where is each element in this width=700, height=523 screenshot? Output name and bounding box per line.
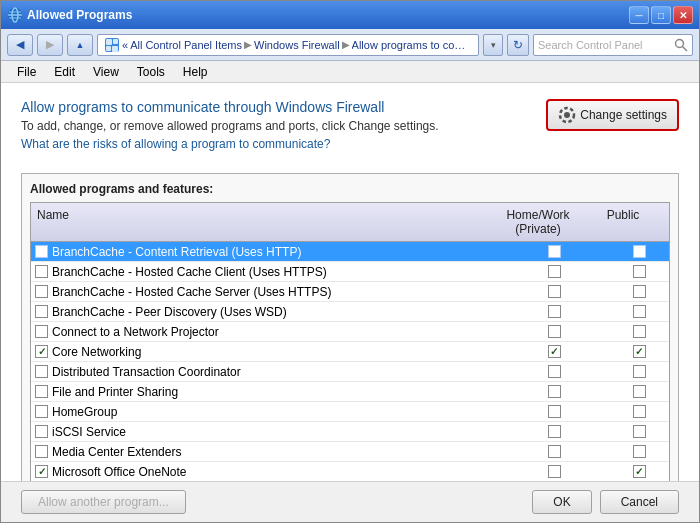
refresh-button[interactable]: ↻ <box>507 34 529 56</box>
private-checkbox[interactable] <box>548 265 561 278</box>
row-public-cell <box>609 325 669 338</box>
row-checkbox[interactable] <box>35 385 48 398</box>
public-checkbox[interactable] <box>633 425 646 438</box>
public-checkbox[interactable] <box>633 325 646 338</box>
row-public-cell <box>609 265 669 278</box>
row-checkbox[interactable] <box>35 465 48 478</box>
row-name-cell: File and Printer Sharing <box>31 384 499 400</box>
private-checkbox[interactable] <box>548 325 561 338</box>
row-private-cell <box>499 285 609 298</box>
row-checkbox[interactable] <box>35 365 48 378</box>
public-checkbox[interactable] <box>633 385 646 398</box>
row-checkbox[interactable] <box>35 285 48 298</box>
breadcrumb-all-control-panel[interactable]: All Control Panel Items <box>130 39 242 51</box>
row-checkbox[interactable] <box>35 265 48 278</box>
row-checkbox[interactable] <box>35 445 48 458</box>
forward-button[interactable]: ▶ <box>37 34 63 56</box>
table-row[interactable]: BranchCache - Peer Discovery (Uses WSD) <box>31 302 669 322</box>
control-panel-icon <box>104 37 120 53</box>
row-checkbox[interactable] <box>35 325 48 338</box>
private-checkbox[interactable] <box>548 405 561 418</box>
row-label: BranchCache - Hosted Cache Server (Uses … <box>52 285 331 299</box>
table-row[interactable]: File and Printer Sharing <box>31 382 669 402</box>
table-row[interactable]: Connect to a Network Projector <box>31 322 669 342</box>
menu-tools[interactable]: Tools <box>129 63 173 81</box>
ok-button[interactable]: OK <box>532 490 591 514</box>
table-row[interactable]: iSCSI Service <box>31 422 669 442</box>
public-checkbox[interactable] <box>633 465 646 478</box>
minimize-button[interactable]: ─ <box>629 6 649 24</box>
public-checkbox[interactable] <box>633 305 646 318</box>
public-checkbox[interactable] <box>633 445 646 458</box>
title-bar-title: Allowed Programs <box>27 8 132 22</box>
public-checkbox[interactable] <box>633 365 646 378</box>
table-row[interactable]: Distributed Transaction Coordinator <box>31 362 669 382</box>
close-button[interactable]: ✕ <box>673 6 693 24</box>
table-row[interactable]: BranchCache - Hosted Cache Client (Uses … <box>31 262 669 282</box>
private-checkbox[interactable] <box>548 385 561 398</box>
row-label: Microsoft Office OneNote <box>52 465 187 479</box>
address-dropdown-button[interactable]: ▾ <box>483 34 503 56</box>
ok-cancel-group: OK Cancel <box>532 490 679 514</box>
table-row[interactable]: BranchCache - Hosted Cache Server (Uses … <box>31 282 669 302</box>
private-checkbox[interactable] <box>548 245 561 258</box>
maximize-button[interactable]: □ <box>651 6 671 24</box>
table-body[interactable]: BranchCache - Content Retrieval (Uses HT… <box>31 242 669 481</box>
title-bar: Allowed Programs ─ □ ✕ <box>1 1 699 29</box>
private-checkbox[interactable] <box>548 365 561 378</box>
change-settings-button[interactable]: Change settings <box>546 99 679 131</box>
up-button[interactable]: ▲ <box>67 34 93 56</box>
menu-file[interactable]: File <box>9 63 44 81</box>
row-checkbox[interactable] <box>35 425 48 438</box>
public-checkbox[interactable] <box>633 265 646 278</box>
private-checkbox[interactable] <box>548 445 561 458</box>
row-name-cell: BranchCache - Content Retrieval (Uses HT… <box>31 244 499 260</box>
row-public-cell <box>609 445 669 458</box>
row-private-cell <box>499 365 609 378</box>
row-name-cell: Media Center Extenders <box>31 444 499 460</box>
private-checkbox[interactable] <box>548 425 561 438</box>
menu-help[interactable]: Help <box>175 63 216 81</box>
table-row[interactable]: HomeGroup <box>31 402 669 422</box>
bottom-bar: Allow another program... OK Cancel <box>1 481 699 522</box>
row-public-cell <box>609 345 669 358</box>
public-checkbox[interactable] <box>633 285 646 298</box>
row-public-cell <box>609 245 669 258</box>
allowed-programs-box: Allowed programs and features: Name Home… <box>21 173 679 481</box>
row-checkbox[interactable] <box>35 305 48 318</box>
search-box: Search Control Panel <box>533 34 693 56</box>
breadcrumb-link-1[interactable]: « <box>122 39 128 51</box>
allow-another-button[interactable]: Allow another program... <box>21 490 186 514</box>
row-label: BranchCache - Content Retrieval (Uses HT… <box>52 245 301 259</box>
public-checkbox[interactable] <box>633 345 646 358</box>
main-window: Allowed Programs ─ □ ✕ ◀ ▶ ▲ « All Contr… <box>0 0 700 523</box>
search-placeholder: Search Control Panel <box>538 39 670 51</box>
row-public-cell <box>609 285 669 298</box>
svg-rect-6 <box>106 39 112 45</box>
private-checkbox[interactable] <box>548 285 561 298</box>
col-header-public: Public <box>593 206 653 238</box>
table-row[interactable]: Media Center Extenders <box>31 442 669 462</box>
row-private-cell <box>499 425 609 438</box>
private-checkbox[interactable] <box>548 465 561 478</box>
menu-view[interactable]: View <box>85 63 127 81</box>
cancel-button[interactable]: Cancel <box>600 490 679 514</box>
table-row[interactable]: BranchCache - Content Retrieval (Uses HT… <box>31 242 669 262</box>
row-checkbox[interactable] <box>35 245 48 258</box>
row-checkbox[interactable] <box>35 345 48 358</box>
row-public-cell <box>609 405 669 418</box>
private-checkbox[interactable] <box>548 345 561 358</box>
public-checkbox[interactable] <box>633 405 646 418</box>
menu-edit[interactable]: Edit <box>46 63 83 81</box>
allowed-programs-label: Allowed programs and features: <box>30 182 670 196</box>
breadcrumb-windows-firewall[interactable]: Windows Firewall <box>254 39 340 51</box>
table-row[interactable]: Microsoft Office OneNote <box>31 462 669 481</box>
public-checkbox[interactable] <box>633 245 646 258</box>
back-button[interactable]: ◀ <box>7 34 33 56</box>
row-label: BranchCache - Peer Discovery (Uses WSD) <box>52 305 287 319</box>
risks-link[interactable]: What are the risks of allowing a program… <box>21 137 330 151</box>
search-icon[interactable] <box>674 38 688 52</box>
row-checkbox[interactable] <box>35 405 48 418</box>
private-checkbox[interactable] <box>548 305 561 318</box>
table-row[interactable]: Core Networking <box>31 342 669 362</box>
